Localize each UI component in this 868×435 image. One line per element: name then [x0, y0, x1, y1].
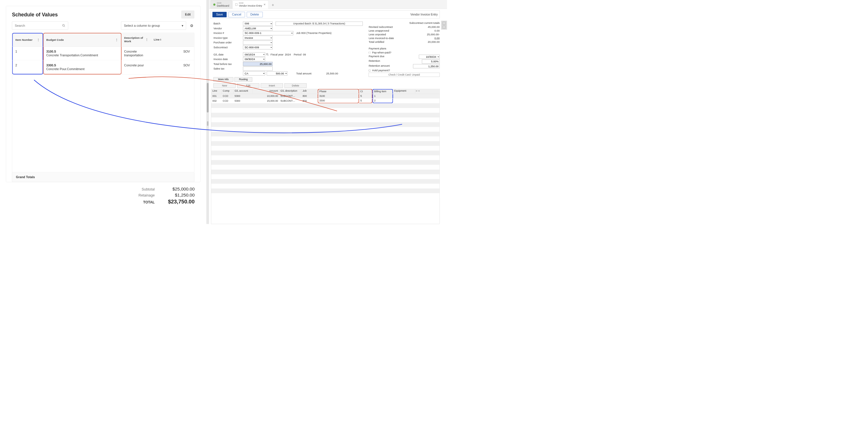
grid-delete-button[interactable]: Delete — [284, 83, 307, 88]
cell-line: SOV — [151, 60, 194, 75]
pane-splitter[interactable] — [206, 0, 209, 224]
svg-line-1 — [64, 26, 65, 27]
retention-input[interactable] — [422, 59, 440, 63]
group-by-select[interactable]: Select a column to group ▾ — [121, 22, 186, 30]
search-icon — [62, 24, 65, 27]
col-equipment[interactable]: Equipment — [393, 89, 415, 94]
sov-row[interactable]: 1 3100.S Concrete Transportation.Commitm… — [12, 47, 194, 60]
po-select[interactable] — [243, 40, 273, 45]
subtotal-value: $25,000.00 — [159, 186, 195, 192]
invoice-date-select[interactable]: 09/30/24 — [243, 57, 265, 61]
col-comp[interactable]: Comp — [222, 89, 234, 94]
sales-tax-label: Sales tax — [214, 67, 243, 70]
col-gl-description[interactable]: G/L description — [279, 89, 301, 94]
save-button[interactable]: Save — [212, 12, 226, 17]
right-rail[interactable] — [441, 21, 447, 30]
rail-icon[interactable] — [443, 22, 445, 25]
total-label: TOTAL — [143, 200, 155, 204]
grid-row[interactable]: 002 CCD 5300 15,000.00 SUBCONT… 800 3300… — [211, 98, 439, 103]
col-gl-account[interactable]: G/L account — [234, 89, 253, 94]
chevron-down-icon: ▾ — [182, 24, 183, 27]
sales-tax-input[interactable] — [243, 67, 273, 71]
total-before-tax-input[interactable] — [243, 62, 273, 66]
splitter-handle[interactable] — [207, 121, 208, 125]
grid-row[interactable]: 001 CCD 5300 10,000.00 SUBCONT… 800 3100… — [211, 94, 439, 98]
settings-sliders-icon[interactable]: ⚙ — [189, 23, 195, 28]
retention-amount-input[interactable] — [413, 64, 440, 68]
total-value: $23,750.00 — [159, 199, 195, 205]
kebab-icon[interactable]: ⋮ — [145, 38, 148, 41]
col-ct[interactable]: Ct — [359, 89, 372, 94]
fiscal-year-label: Fiscal year — [270, 53, 283, 56]
less-unapproved-value: 0.00 — [435, 29, 440, 32]
less-unposted-label: Less unposted — [369, 33, 386, 36]
more-info-button[interactable]: More Info — [214, 77, 234, 82]
grand-totals-row: Grand Totals — [12, 172, 195, 182]
tax-code-select[interactable]: CA — [243, 71, 265, 75]
scrollbar-thumb[interactable] — [207, 83, 209, 112]
tab-vendor-invoice-entry[interactable]: CCD Vendor Invoice Entry ✕ — [232, 0, 268, 9]
revised-subcontract-value: 45,000.00 — [428, 26, 439, 29]
batch-label: Batch — [214, 22, 243, 25]
sov-table: Item Number ⋮ Budget Code ⋮ Description … — [12, 33, 195, 172]
batch-select[interactable]: 006 — [243, 22, 273, 26]
search-input[interactable] — [15, 24, 62, 27]
col-item-number[interactable]: Item Number ⋮ — [12, 33, 43, 46]
search-box[interactable] — [12, 22, 68, 30]
period-label: Period — [293, 53, 301, 56]
invoice-num-select[interactable]: SC-800-009-1 — [243, 31, 293, 35]
gl-date-select[interactable]: 09/15/24 — [243, 52, 265, 56]
subcontract-select[interactable]: SC-800-009 — [243, 46, 273, 50]
cell-item-number: 1 — [12, 47, 43, 60]
subcontract-totals-header: Subcontract current totals — [369, 22, 439, 25]
invoice-type-label: Invoice type — [214, 36, 243, 39]
col-line-item[interactable]: Line I — [151, 33, 194, 46]
document-icon — [236, 3, 237, 6]
expand-columns-icon[interactable]: ⇤⇥ — [415, 89, 421, 94]
payment-due-select[interactable]: 10/30/24 — [419, 55, 440, 59]
grid-edit-button[interactable]: Edit — [237, 83, 259, 88]
edit-button[interactable]: Edit — [181, 11, 194, 19]
pay-when-paid-label: Pay-when-paid? — [372, 51, 391, 54]
cell-budget-code: 3300.S Concrete Pour.Commitment — [43, 60, 121, 75]
search-icon[interactable] — [266, 53, 269, 56]
pay-when-paid-checkbox[interactable] — [369, 52, 371, 54]
delete-button[interactable]: Delete — [247, 12, 262, 17]
retainage-label: Retainage — [138, 193, 155, 197]
col-job[interactable]: Job — [301, 89, 318, 94]
less-unposted-value: 25,000.00- — [427, 33, 439, 36]
sov-title: Schedule of Values — [12, 11, 58, 17]
col-phase[interactable]: Phase — [318, 89, 359, 94]
invoice-type-select[interactable]: Invoice — [243, 36, 273, 40]
less-invoiced-to-date-value: 0.00 — [435, 37, 440, 40]
add-tab-button[interactable]: + — [269, 1, 277, 9]
grid-new-button[interactable]: New — [214, 83, 236, 88]
col-amount[interactable]: Amount — [253, 89, 279, 94]
tab-dashboard[interactable]: CCD Dashboard — [210, 0, 232, 9]
total-unbilled-value: 20,000.00 — [428, 40, 439, 44]
cancel-button[interactable]: Cancel — [228, 12, 245, 17]
tax-amount-select[interactable]: 500.00 — [267, 71, 287, 75]
group-by-placeholder: Select a column to group — [124, 24, 160, 27]
cell-line: SOV — [151, 47, 194, 60]
sov-row[interactable]: 2 3300.S Concrete Pour.Commitment Concre… — [12, 60, 194, 75]
col-description[interactable]: Description of Work ⋮ — [121, 33, 151, 46]
rail-icon[interactable] — [443, 26, 445, 28]
col-line[interactable]: Line — [211, 89, 222, 94]
kebab-icon[interactable]: ⋮ — [115, 38, 118, 42]
routing-button[interactable]: Routing — [235, 77, 252, 82]
payment-plans-header: Payment plans — [369, 47, 439, 50]
po-label: Purchase order — [214, 41, 243, 44]
vendor-select[interactable]: AMELUM — [243, 26, 273, 30]
subcontract-label: Subcontract — [214, 46, 243, 49]
credit-card-note: Check / Credit Card: Unpaid — [369, 73, 439, 77]
payment-due-label: Payment due — [369, 55, 384, 59]
close-icon[interactable]: ✕ — [264, 3, 266, 6]
gl-date-label: G/L date — [214, 53, 243, 56]
hold-payment-checkbox[interactable] — [369, 69, 371, 71]
grid-insert-button[interactable]: Insert — [260, 83, 283, 88]
col-billing-item[interactable]: Billing item — [372, 89, 393, 94]
col-budget-code[interactable]: Budget Code ⋮ — [43, 33, 121, 46]
invoice-date-label: Invoice date — [214, 58, 243, 61]
kebab-icon[interactable]: ⋮ — [37, 38, 40, 42]
